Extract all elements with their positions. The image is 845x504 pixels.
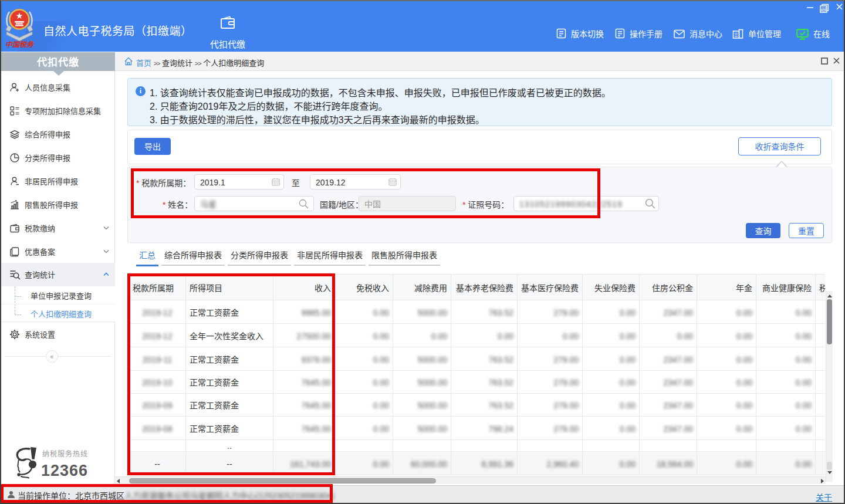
svg-text:中国税务: 中国税务 (5, 40, 34, 49)
